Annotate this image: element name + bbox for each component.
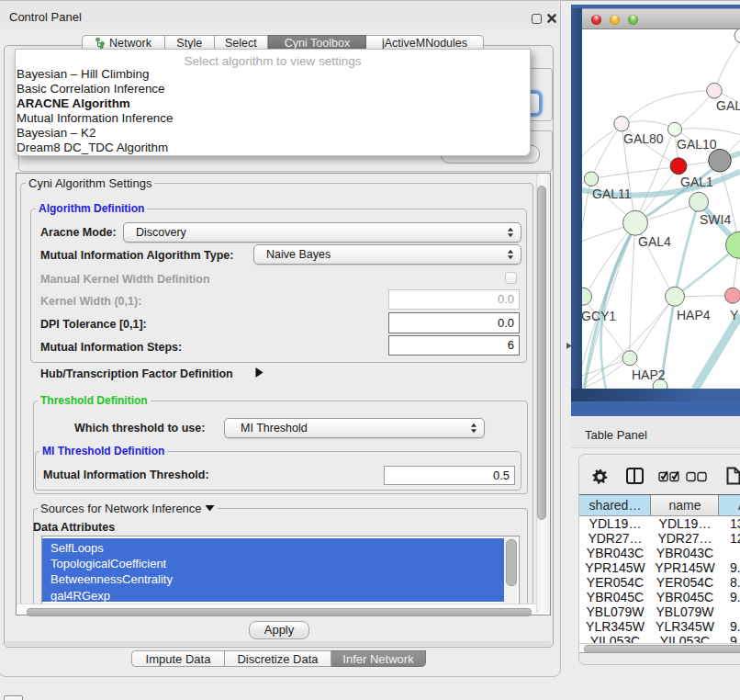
svg-text:GAL80: GAL80 — [623, 130, 664, 145]
svg-text:HAP2: HAP2 — [632, 367, 666, 381]
svg-text:GAL10: GAL10 — [677, 137, 717, 152]
svg-text:GAL11: GAL11 — [592, 186, 632, 200]
svg-text:SWI4: SWI4 — [700, 211, 731, 226]
svg-text:HAP4: HAP4 — [677, 307, 711, 322]
svg-text:GAL: GAL — [716, 97, 740, 112]
svg-text:GAL4: GAL4 — [638, 233, 671, 248]
svg-text:Y: Y — [730, 307, 739, 322]
svg-text:GAL1: GAL1 — [680, 175, 713, 189]
svg-text:GCY1: GCY1 — [582, 309, 616, 323]
